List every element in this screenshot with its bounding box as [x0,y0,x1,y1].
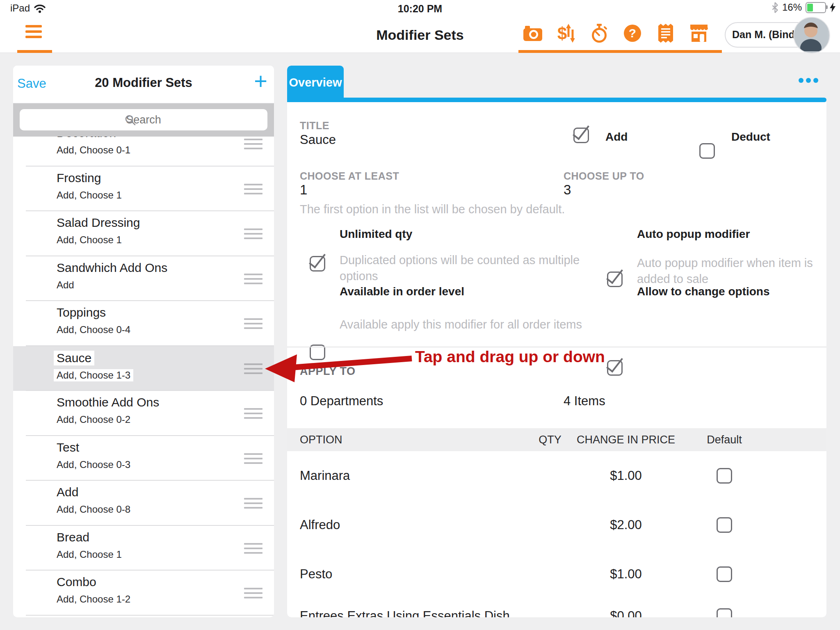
drag-handle-icon[interactable] [244,318,262,332]
price-tags-icon[interactable]: $ [557,24,575,43]
title-value[interactable]: Sauce [300,132,336,147]
drag-handle-icon[interactable] [244,363,262,377]
row-subtitle: Add, Choose 1 [57,234,122,246]
apply-to-items[interactable]: 4 Items [564,394,605,409]
row-subtitle: Add, Choose 1-3 [54,369,133,381]
option-price: $2.00 [566,518,685,532]
save-button[interactable]: Save [17,76,46,91]
option-row[interactable]: Alfredo $2.00 [287,500,826,550]
drag-handle-icon[interactable] [244,453,262,467]
default-checkbox[interactable] [717,468,732,484]
default-checkbox[interactable] [717,517,732,533]
modifier-set-row[interactable]: ToppingsAdd, Choose 0-4 [13,301,274,346]
help-icon[interactable]: ? [623,24,642,43]
search-input[interactable] [20,109,267,130]
menu-icon[interactable] [25,25,42,41]
choose-up-to-value[interactable]: 3 [564,182,571,198]
default-checkbox[interactable] [717,566,732,582]
user-account-button[interactable]: Dan M. (Bindo) [725,22,829,48]
nav-bar: Modifier Sets $ [0,16,840,53]
battery-icon [806,2,826,13]
row-subtitle: Add, Choose 1 [57,549,122,560]
allow-change-options-checkbox[interactable] [607,360,623,376]
clock: 10:20 PM [0,3,840,15]
row-title: Toppings [57,306,106,320]
add-checkbox[interactable] [573,128,589,143]
deduct-checkbox-label: Deduct [731,130,770,144]
apply-to-label: APPLY TO [300,365,356,378]
bluetooth-icon [772,2,778,13]
drag-handle-icon[interactable] [244,228,262,242]
avatar [793,17,830,54]
receipt-icon[interactable] [656,24,675,43]
row-title: Salad Dressing [57,216,140,230]
drag-handle-icon[interactable] [244,184,262,197]
store-icon[interactable] [689,24,708,43]
tab-overview[interactable]: Overview [287,66,344,99]
row-title: Sauce [54,351,94,365]
option-name: Entrees Extras Using Essentials Dish [300,609,534,617]
choose-up-to-label: CHOOSE UP TO [564,170,644,182]
modifier-set-row[interactable]: Salad DressingAdd, Choose 1 [13,211,274,256]
choose-at-least-value[interactable]: 1 [300,182,307,198]
row-title: Add [57,485,78,499]
drag-handle-icon[interactable] [244,498,262,511]
tab-underline-bar [287,98,826,102]
option-name: Alfredo [300,518,534,532]
modifier-set-row[interactable]: AddAdd, Choose 0-8 [13,481,274,526]
drag-handle-icon[interactable] [244,139,262,152]
more-options-button[interactable] [799,78,818,83]
col-default: Default [685,434,763,446]
allow-change-options-label: Allow to change options [637,285,770,298]
unlimited-qty-helper: Duplicated options will be counted as mu… [340,252,594,284]
drag-handle-icon[interactable] [244,588,262,601]
modifier-set-row[interactable]: Sandwhich Add OnsAdd [13,256,274,301]
section-divider [287,347,826,347]
icons-underline [518,50,722,53]
row-subtitle: Add, Choose 1 [57,189,122,201]
option-name: Marinara [300,468,534,483]
drag-handle-icon[interactable] [244,408,262,422]
option-price: $1.00 [566,468,685,483]
modifier-set-row[interactable]: TestAdd, Choose 0-3 [13,436,274,481]
drag-handle-icon[interactable] [244,274,262,287]
title-label: TITLE [300,120,329,132]
auto-popup-checkbox[interactable] [607,272,623,287]
charging-bolt-icon [830,2,836,12]
sidebar-title: 20 Modifier Sets [13,75,274,90]
available-order-level-label: Available in order level [340,285,464,298]
unlimited-qty-checkbox[interactable] [310,256,325,272]
battery-percent: 16% [782,2,802,13]
row-subtitle: Add, Choose 0-8 [57,504,130,515]
modifier-set-row[interactable]: SauceAdd, Choose 1-3 [13,346,274,391]
modifier-set-detail-panel: Overview TITLE Sauce Add Deduct CHOOSE A… [287,66,826,617]
available-order-level-helper: Available apply this modifier for all or… [340,317,651,333]
row-subtitle: Add [57,279,74,291]
option-row[interactable]: Marinara $1.00 [287,451,826,500]
col-qty: QTY [534,434,566,446]
col-option: OPTION [300,434,534,446]
auto-popup-helper: Auto popup modifier when item is added t… [637,255,813,287]
apply-to-departments[interactable]: 0 Departments [300,394,383,409]
modifier-set-row[interactable]: BreadAdd, Choose 1 [13,526,274,571]
deduct-checkbox[interactable] [699,143,715,159]
default-checkbox[interactable] [717,608,732,617]
status-bar: iPad 10:20 PM 16% [0,0,840,16]
modifier-sets-panel: DecorationAdd, Choose 0-1FrostingAdd, Ch… [13,66,274,617]
modifier-set-row[interactable]: Smoothie Add OnsAdd, Choose 0-2 [13,391,274,436]
sidebar-header: Save 20 Modifier Sets + [13,66,274,103]
choose-at-least-label: CHOOSE AT LEAST [300,170,399,182]
stopwatch-icon[interactable] [590,24,609,43]
drag-handle-icon[interactable] [244,543,262,557]
option-row-clipped[interactable]: Entrees Extras Using Essentials Dish $0.… [287,591,826,617]
modifier-set-row[interactable]: FrostingAdd, Choose 1 [13,167,274,212]
row-title: Smoothie Add Ons [57,395,159,409]
auto-popup-label: Auto popup modifier [637,228,750,241]
modifier-set-row[interactable]: ComboAdd, Choose 1-2 [13,571,274,616]
camera-icon[interactable] [523,24,542,43]
unlimited-qty-label: Unlimited qty [340,228,412,241]
options-table-header: OPTION QTY CHANGE IN PRICE Default [287,428,826,451]
add-modifier-set-button[interactable]: + [254,70,267,93]
row-subtitle: Add, Choose 0-1 [57,144,130,156]
svg-text:$: $ [557,24,567,43]
